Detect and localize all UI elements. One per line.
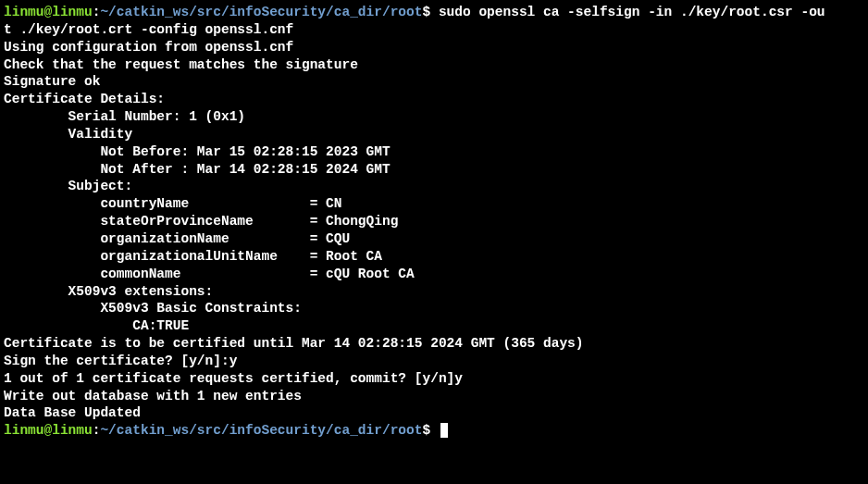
output-line: Not Before: Mar 15 02:28:15 2023 GMT [4, 143, 864, 161]
output-line: CA:TRUE [4, 317, 864, 335]
output-line: stateOrProvinceName = ChongQing [4, 213, 864, 230]
terminal[interactable]: linmu@linmu:~/catkin_ws/src/infoSecurity… [4, 4, 864, 440]
output-line: X509v3 Basic Constraints: [4, 300, 864, 317]
output-line: organizationName = CQU [4, 230, 864, 248]
output-line: countryName = CN [4, 195, 864, 213]
output-line: Subject: [4, 178, 864, 195]
dollar-sign: $ [422, 423, 430, 438]
command-text-1: sudo openssl ca -selfsign -in ./key/root… [430, 5, 825, 19]
dollar-sign: $ [422, 5, 430, 19]
prompt-line-2[interactable]: linmu@linmu:~/catkin_ws/src/infoSecurity… [4, 422, 864, 440]
output-line: Sign the certificate? [y/n]:y [4, 353, 864, 370]
output-line: X509v3 extensions: [4, 283, 864, 301]
output-line: organizationalUnitName = Root CA [4, 248, 864, 266]
output-line: Serial Number: 1 (0x1) [4, 108, 864, 126]
output-line: commonName = cQU Root CA [4, 266, 864, 283]
cursor-icon [440, 423, 448, 438]
output-line: Write out database with 1 new entries [4, 388, 864, 405]
output-line: Data Base Updated [4, 404, 864, 422]
cwd-path: ~/catkin_ws/src/infoSecurity/ca_dir/root [100, 5, 422, 19]
user-host: linmu@linmu [4, 423, 93, 438]
cwd-path: ~/catkin_ws/src/infoSecurity/ca_dir/root [100, 423, 422, 438]
user-host: linmu@linmu [4, 5, 93, 19]
output-line: Certificate Details: [4, 91, 864, 108]
output-line: Not After : Mar 14 02:28:15 2024 GMT [4, 161, 864, 179]
output-line: Using configuration from openssl.cnf [4, 39, 864, 56]
prompt-line-1: linmu@linmu:~/catkin_ws/src/infoSecurity… [4, 4, 864, 21]
output-line: Signature ok [4, 73, 864, 91]
command-text-2: t ./key/root.crt -config openssl.cnf [4, 21, 864, 39]
output-line: Validity [4, 126, 864, 143]
output-line: 1 out of 1 certificate requests certifie… [4, 370, 864, 388]
output-line: Check that the request matches the signa… [4, 56, 864, 74]
output-line: Certificate is to be certified until Mar… [4, 335, 864, 353]
